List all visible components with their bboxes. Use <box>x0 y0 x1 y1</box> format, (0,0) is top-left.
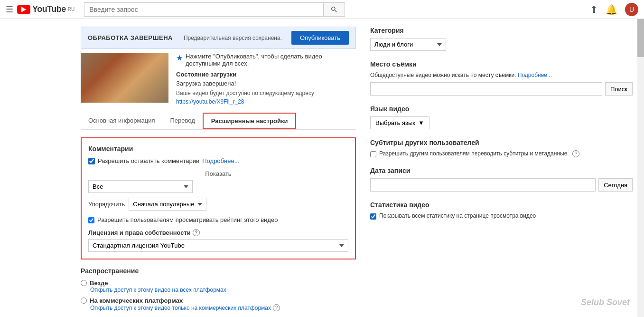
show-label: Показать <box>88 170 348 177</box>
language-title: Язык видео <box>370 105 633 113</box>
search-input[interactable] <box>84 2 323 17</box>
other-subtitles-row: Разрешить другим пользователям переводит… <box>370 150 633 157</box>
date-row: Сегодня <box>370 178 633 192</box>
distribution-title: Распространение <box>81 267 356 275</box>
tab-translate[interactable]: Перевод <box>163 113 203 129</box>
location-input[interactable] <box>370 82 602 96</box>
video-link[interactable]: https://youtu.be/X9Fil_r_28 <box>176 98 244 105</box>
allow-comments-checkbox[interactable] <box>88 158 95 164</box>
search-bar <box>84 2 345 17</box>
stats-row: Показывать всем статистику на странице п… <box>370 212 633 220</box>
star-icon: ★ <box>176 53 183 62</box>
distribution-section: Распространение Везде Открыть доступ к э… <box>81 267 356 311</box>
distribution-radio-everywhere-input[interactable] <box>81 280 87 286</box>
license-help-icon[interactable]: ? <box>193 229 200 236</box>
language-button[interactable]: Выбрать язык ▼ <box>370 116 429 129</box>
order-label: Упорядочить <box>88 201 125 208</box>
status-bar: ОБРАБОТКА ЗАВЕРШЕНА Предварительная верс… <box>81 27 356 49</box>
license-dropdown[interactable]: Стандартная лицензия YouTube <box>88 239 348 252</box>
location-desc: Общедоступные видео можно искать по мест… <box>370 72 633 78</box>
youtube-logo-text: YouTube <box>32 4 66 14</box>
order-dropdown[interactable]: Сначала популярные <box>129 198 206 211</box>
category-dropdown[interactable]: Люди и блоги <box>370 38 446 51</box>
distribution-help-icon[interactable]: ? <box>273 304 280 311</box>
location-search-button[interactable]: Поиск <box>605 82 633 96</box>
avatar[interactable]: U <box>625 3 638 16</box>
distribution-option-everywhere: Везде Открыть доступ к этому видео на вс… <box>81 279 356 293</box>
order-row: Упорядочить Сначала популярные <box>88 198 348 211</box>
scrollbar-thumb <box>637 19 644 57</box>
location-link[interactable]: Подробнее... <box>518 72 552 78</box>
allow-comments-link[interactable]: Подробнее... <box>202 157 239 164</box>
other-subtitles-checkbox[interactable] <box>370 151 376 157</box>
star-notice-text: Нажмите "Опубликовать", чтобы сделать ви… <box>186 53 356 67</box>
video-section: ★ Нажмите "Опубликовать", чтобы сделать … <box>81 53 356 105</box>
draft-saved-text: Предварительная версия сохранена. <box>184 35 282 41</box>
watermark: Selub Sovet <box>581 298 630 307</box>
show-dropdown[interactable]: Все <box>88 180 193 193</box>
publish-button[interactable]: Опубликовать <box>291 31 349 45</box>
other-subtitles-label: Разрешить другим пользователям переводит… <box>379 150 579 157</box>
category-title: Категория <box>370 27 633 34</box>
stats-section: Статистика видео Показывать всем статист… <box>370 201 633 220</box>
left-column: ОБРАБОТКА ЗАВЕРШЕНА Предварительная верс… <box>81 27 356 317</box>
upload-done-text: Загрузка завершена! <box>176 80 356 87</box>
comments-title: Комментарии <box>88 145 348 153</box>
today-button[interactable]: Сегодня <box>598 178 633 192</box>
other-subtitles-title: Субтитры других пользователей <box>370 139 633 146</box>
other-subtitles-section: Субтитры других пользователей Разрешить … <box>370 139 633 157</box>
rating-label: Разрешить пользователям просматривать ре… <box>97 216 278 223</box>
youtube-logo-icon <box>17 5 30 14</box>
video-thumbnail <box>81 53 168 103</box>
header: ☰ YouTubeRU ⬆ 🔔 U <box>0 0 644 19</box>
content-wrapper: ОБРАБОТКА ЗАВЕРШЕНА Предварительная верс… <box>81 27 633 317</box>
other-subtitles-help-icon[interactable]: ? <box>572 150 579 157</box>
distribution-option-commercial: На коммерческих платформах Открыть досту… <box>81 297 356 311</box>
stats-title: Статистика видео <box>370 201 633 209</box>
language-section: Язык видео Выбрать язык ▼ <box>370 105 633 129</box>
distribution-radio-commercial-input[interactable] <box>81 298 87 304</box>
rating-row: Разрешить пользователям просматривать ре… <box>88 216 348 223</box>
status-bar-right: Предварительная версия сохранена. Опубли… <box>184 31 349 45</box>
upload-status-label: Состояние загрузки <box>176 71 356 78</box>
upload-icon[interactable]: ⬆ <box>590 4 598 15</box>
scrollbar[interactable] <box>637 0 644 317</box>
tab-advanced[interactable]: Расширенные настройки <box>203 113 297 129</box>
stats-checkbox[interactable] <box>370 213 376 220</box>
category-section: Категория Люди и блоги <box>370 27 633 51</box>
license-section: Лицензия и права собственности ? Стандар… <box>88 229 348 252</box>
language-dropdown-arrow: ▼ <box>418 119 424 126</box>
location-title: Место съёмки <box>370 60 633 68</box>
date-title: Дата записи <box>370 167 633 174</box>
distribution-everywhere-label: Везде <box>90 279 108 287</box>
location-row: Поиск <box>370 82 633 96</box>
language-button-label: Выбрать язык <box>375 119 415 126</box>
main-content: ОБРАБОТКА ЗАВЕРШЕНА Предварительная верс… <box>0 19 644 317</box>
youtube-logo[interactable]: YouTubeRU <box>17 4 75 14</box>
distribution-commercial-desc: Открыть доступ к этому видео только на к… <box>90 305 271 311</box>
bell-icon[interactable]: 🔔 <box>606 4 617 15</box>
status-text: ОБРАБОТКА ЗАВЕРШЕНА <box>88 34 173 41</box>
video-info: ★ Нажмите "Опубликовать", чтобы сделать … <box>176 53 356 105</box>
tabs: Основная информация Перевод Расширенные … <box>81 113 356 130</box>
star-notice-row: ★ Нажмите "Опубликовать", чтобы сделать … <box>176 53 356 67</box>
comments-section: Комментарии Разрешить оставлять коммента… <box>81 137 356 259</box>
rating-checkbox[interactable] <box>88 217 94 223</box>
right-column: Категория Люди и блоги Место съёмки Обще… <box>370 27 633 317</box>
date-input[interactable] <box>370 178 596 192</box>
stats-label: Показывать всем статистику на странице п… <box>379 212 536 219</box>
date-section: Дата записи Сегодня <box>370 167 633 192</box>
distribution-commercial-label: На коммерческих платформах <box>90 297 183 304</box>
header-right: ⬆ 🔔 U <box>590 3 638 16</box>
tab-basic[interactable]: Основная информация <box>81 113 163 129</box>
youtube-logo-ru: RU <box>68 7 75 12</box>
license-label: Лицензия и права собственности ? <box>88 229 348 236</box>
show-dropdown-row: Все <box>88 180 348 193</box>
distribution-commercial-desc-row: Открыть доступ к этому видео только на к… <box>81 304 356 311</box>
hamburger-icon[interactable]: ☰ <box>6 4 13 15</box>
search-button[interactable] <box>323 2 345 17</box>
distribution-radio-commercial: На коммерческих платформах <box>81 297 356 304</box>
distribution-radio-everywhere: Везде <box>81 279 356 287</box>
allow-comments-label: Разрешить оставлять комментарии <box>98 157 199 164</box>
allow-comments-row: Разрешить оставлять комментарии Подробне… <box>88 157 348 164</box>
